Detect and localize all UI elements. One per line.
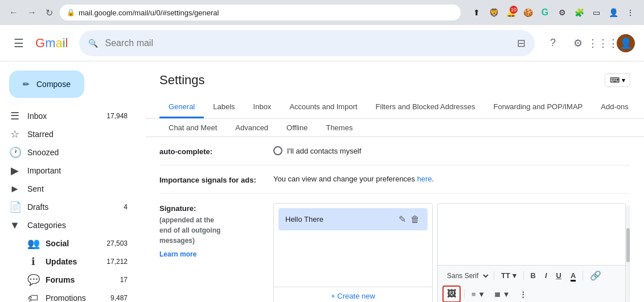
compose-label: Compose [36, 80, 71, 89]
signature-content: Hello There ✎ 🗑 + Create new [273, 203, 630, 302]
hamburger-menu[interactable]: ☰ [9, 32, 28, 55]
menu-icon[interactable]: ⋮ [624, 6, 637, 19]
signature-editor-body[interactable] [438, 204, 625, 265]
tab-accounts[interactable]: Accounts and Import [280, 97, 366, 118]
scroll-track [626, 203, 630, 302]
sub-tab-chat[interactable]: Chat and Meet [159, 119, 226, 136]
keyboard-shortcuts-button[interactable]: ⌨ ▾ [605, 73, 630, 87]
inbox-icon: ☰ [9, 110, 20, 122]
settings-button[interactable]: ⚙ [567, 32, 589, 55]
apps-button[interactable]: ⋮⋮⋮ [592, 32, 614, 55]
search-options-icon[interactable]: ⊟ [517, 37, 526, 49]
search-icon: 🔍 [88, 39, 98, 48]
address-bar: 🔒 mail.google.com/mail/u/0/#settings/gen… [60, 5, 461, 20]
cookie-icon[interactable]: 🍪 [521, 6, 535, 19]
sidebar-item-drafts[interactable]: 📄 Drafts 4 [0, 198, 137, 216]
sidebar-item-updates[interactable]: ℹ Updates 17,212 [0, 253, 137, 271]
sidebar-item-snoozed[interactable]: 🕐 Snoozed [0, 143, 137, 162]
sidebar-item-categories[interactable]: ▼ Categories [0, 216, 137, 234]
share-icon[interactable]: ⬆ [470, 6, 483, 19]
signature-sublabel: (appended at the end of all outgoing mes… [159, 215, 273, 246]
social-count: 27,503 [106, 239, 128, 247]
italic-button[interactable]: I [542, 269, 551, 282]
scrollbar-thumb [626, 228, 630, 262]
tab-addons[interactable]: Add-ons [592, 97, 630, 118]
font-family-select[interactable]: Sans Serif [442, 270, 490, 282]
tab-filters[interactable]: Filters and Blocked Addresses [367, 97, 485, 118]
signature-label: Signature: [159, 204, 273, 213]
refresh-button[interactable]: ↻ [43, 5, 55, 20]
sidebar-item-forums[interactable]: 💬 Forums 17 [0, 271, 137, 289]
sidebar-item-promotions[interactable]: 🏷 Promotions 9,487 [0, 289, 137, 302]
sidebar-item-starred[interactable]: ☆ Starred [0, 125, 137, 143]
back-button[interactable]: ← [7, 5, 20, 20]
profile-icon[interactable]: 👤 [606, 6, 620, 19]
sidebar-item-categories-label: Categories [27, 221, 128, 230]
bold-button[interactable]: B [527, 269, 539, 282]
signature-toolbar: Sans Serif TT ▾ B I U [438, 265, 625, 302]
search-bar[interactable]: 🔍 ⊟ [79, 30, 535, 56]
extension-icon[interactable]: ⚙ [555, 6, 569, 19]
topbar-icons: ? ⚙ ⋮⋮⋮ 👤 [542, 32, 635, 55]
signature-label-col: Signature: (appended at the end of all o… [159, 203, 273, 258]
autocomplete-label: auto-complete: [159, 146, 273, 156]
help-button[interactable]: ? [542, 32, 564, 55]
settings-body: auto-complete: I'll add contacts myself … [146, 137, 644, 302]
sub-tab-advanced[interactable]: Advanced [226, 119, 277, 136]
starred-icon: ☆ [9, 128, 20, 140]
compose-button[interactable]: ✏ Compose [9, 71, 84, 98]
sidebar: ✏ Compose ☰ Inbox 17,948 ☆ Starred 🕐 Sno… [0, 61, 146, 302]
signature-item-hello-there[interactable]: Hello There ✎ 🗑 [278, 208, 428, 230]
puzzle-icon[interactable]: 🧩 [572, 6, 586, 19]
tab-general[interactable]: General [159, 97, 204, 118]
tab-inbox[interactable]: Inbox [244, 97, 281, 118]
importance-content: You can view and change your preferences… [273, 175, 630, 183]
toolbar-divider-1 [494, 271, 494, 280]
underline-button[interactable]: U [553, 269, 565, 282]
importance-text: You can view and change your preferences [273, 175, 415, 183]
importance-link[interactable]: here [417, 175, 432, 183]
sidebar-item-important[interactable]: ▶ Important [0, 162, 137, 180]
tab-forwarding[interactable]: Forwarding and POP/IMAP [484, 97, 592, 118]
importance-row: Importance signals for ads: You can view… [159, 166, 630, 194]
scrollbar[interactable] [626, 205, 630, 302]
notification-icon[interactable]: 🔔 10 [504, 6, 518, 19]
categories-icon: ▼ [9, 220, 20, 231]
delete-signature-button[interactable]: 🗑 [409, 213, 421, 226]
sidebar-item-sent[interactable]: ► Sent [0, 180, 137, 198]
sidebar-item-forums-label: Forums [46, 275, 113, 284]
link-button[interactable]: 🔗 [586, 268, 605, 283]
avatar[interactable]: 👤 [617, 34, 635, 52]
main: ✏ Compose ☰ Inbox 17,948 ☆ Starred 🕐 Sno… [0, 61, 644, 302]
autocomplete-radio[interactable] [273, 146, 282, 155]
browser-bar: ← → ↻ 🔒 mail.google.com/mail/u/0/#settin… [0, 0, 644, 25]
learn-more-link[interactable]: Learn more [159, 250, 273, 258]
more-button[interactable]: ⋮ [516, 288, 530, 301]
snoozed-icon: 🕐 [9, 146, 20, 159]
sidebar-item-social[interactable]: 👥 Social 27,503 [0, 234, 137, 253]
url-text: mail.google.com/mail/u/0/#settings/gener… [79, 9, 219, 17]
tab-labels[interactable]: Labels [204, 97, 244, 118]
list-button[interactable]: ≣ ▼ [491, 288, 513, 301]
window-icon[interactable]: ▭ [589, 6, 603, 19]
search-input[interactable] [105, 38, 510, 48]
app: ☰ Gmail 🔍 ⊟ ? ⚙ ⋮⋮⋮ 👤 ✏ Compose [0, 25, 644, 302]
sub-tab-offline[interactable]: Offline [277, 119, 317, 136]
browser-icons: ⬆ 🦁 🔔 10 🍪 G ⚙ 🧩 ▭ 👤 ⋮ [470, 6, 637, 19]
forward-button[interactable]: → [25, 5, 39, 20]
sub-tab-themes[interactable]: Themes [317, 119, 362, 136]
brave-icon[interactable]: 🦁 [487, 6, 501, 19]
settings-tabs: General Labels Inbox Accounts and Import… [159, 97, 630, 118]
align-button[interactable]: ≡ ▼ [468, 288, 489, 301]
sidebar-item-promotions-label: Promotions [46, 293, 104, 302]
font-size-button[interactable]: TT ▾ [498, 269, 520, 282]
grammarly-icon[interactable]: G [538, 6, 552, 19]
create-new-signature-button[interactable]: + Create new [331, 292, 375, 300]
signature-row: Signature: (appended at the end of all o… [159, 194, 630, 302]
sidebar-item-inbox[interactable]: ☰ Inbox 17,948 [0, 107, 137, 125]
edit-signature-button[interactable]: ✎ [397, 213, 407, 226]
text-color-button[interactable]: A [567, 269, 579, 282]
autocomplete-content: I'll add contacts myself [273, 146, 630, 155]
image-button[interactable]: 🖼 [442, 286, 461, 302]
autocomplete-option: I'll add contacts myself [287, 147, 361, 155]
